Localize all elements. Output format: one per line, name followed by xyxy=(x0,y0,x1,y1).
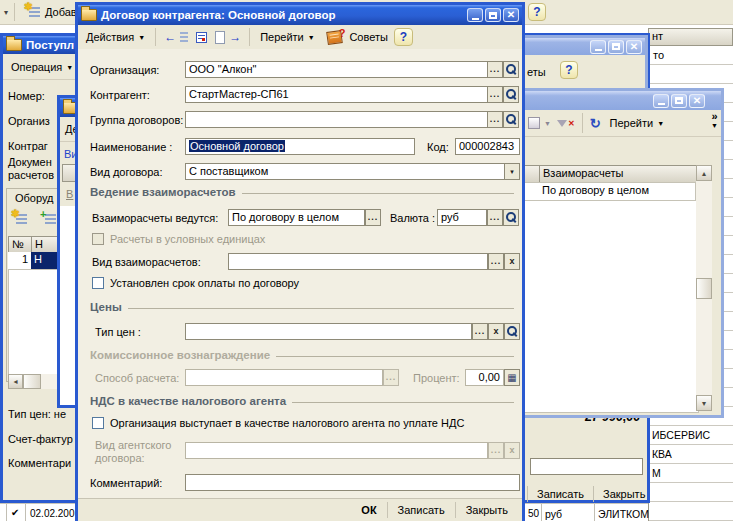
percent-calc-button[interactable]: ▦ xyxy=(504,369,520,386)
scroll-down-button[interactable]: ▾ xyxy=(696,395,712,411)
currency-select-button[interactable]: ... xyxy=(487,209,503,226)
add-icon: ✱ xyxy=(25,5,41,19)
minimize-button[interactable] xyxy=(653,94,669,108)
close-button[interactable]: ✕ xyxy=(503,8,519,22)
maximize-button[interactable] xyxy=(485,8,501,22)
settlement-kind-clear-button[interactable]: x xyxy=(504,253,520,270)
grid-header-item[interactable]: Н xyxy=(31,236,58,253)
doc-write-button[interactable]: Записать xyxy=(527,486,593,502)
grid-hscrollbar[interactable]: ◂ xyxy=(8,374,58,389)
doc-footer-input[interactable] xyxy=(530,458,643,475)
dialog-help-button[interactable]: ? xyxy=(394,28,413,46)
contractor-input[interactable]: СтартМастер-СП61 xyxy=(185,86,488,103)
write-button[interactable]: Записать xyxy=(387,502,455,518)
main-dialog: Договор контрагента: Основной договор ✕ … xyxy=(75,2,525,521)
minimize-button[interactable] xyxy=(467,8,483,22)
percent-input[interactable]: 0,00 xyxy=(465,369,504,386)
code-input[interactable]: 000002843 xyxy=(455,138,520,155)
currency-open-button[interactable] xyxy=(503,209,519,226)
tips-help-button[interactable]: ? xyxy=(560,61,578,79)
close-button[interactable]: ✕ xyxy=(626,40,642,54)
grid-cell-number[interactable]: 1 xyxy=(8,252,32,270)
toolbar-overflow-icon[interactable]: ▾ xyxy=(2,8,10,17)
calc-method-select-button[interactable]: ... xyxy=(383,369,399,386)
scroll-thumb[interactable] xyxy=(23,374,41,389)
paste-button[interactable]: ▼ xyxy=(525,114,554,132)
go-menu-button[interactable]: Перейти▼ xyxy=(254,28,321,46)
agent-kind-input[interactable] xyxy=(185,442,488,459)
toolbar-more-button[interactable]: » ▼ xyxy=(711,111,718,129)
actions-menu-button[interactable]: Действия▼ xyxy=(80,28,151,46)
currency-input[interactable]: руб xyxy=(437,209,487,226)
list-column-header[interactable]: Взаиморасчеты xyxy=(539,165,697,183)
price-type-select-button[interactable]: ... xyxy=(472,323,488,340)
interval-grid-icon xyxy=(196,32,207,43)
refresh-icon: ↻ xyxy=(590,117,601,130)
grid-cell-item-selected[interactable]: Н xyxy=(31,252,58,270)
paste-icon xyxy=(528,117,540,129)
minimize-button[interactable] xyxy=(590,40,606,54)
settlements-label: Взаиморасчеты ведутся: xyxy=(92,212,218,224)
price-type-open-button[interactable] xyxy=(504,323,520,340)
journal-column-header[interactable]: нт xyxy=(648,28,733,46)
kind-combobox[interactable]: С поставщиком xyxy=(185,163,520,180)
maximize-button[interactable] xyxy=(671,94,687,108)
fragment-link[interactable]: В xyxy=(66,188,73,200)
tips-button[interactable]: ?Советы xyxy=(321,28,394,47)
payment-term-checkbox[interactable] xyxy=(92,277,104,289)
maximize-button[interactable] xyxy=(608,40,624,54)
set-interval-button[interactable] xyxy=(192,29,211,46)
copy-row-icon[interactable]: + xyxy=(41,212,57,226)
settlement-kind-input[interactable] xyxy=(228,253,488,270)
group-select-button[interactable]: ... xyxy=(487,111,503,128)
org-select-button[interactable]: ... xyxy=(487,61,503,78)
toolbar-separator xyxy=(582,113,583,133)
add-row-icon[interactable]: ✱ xyxy=(12,212,28,226)
scroll-left-button[interactable]: ◂ xyxy=(8,374,23,389)
kind-label: Вид договора: xyxy=(90,166,163,178)
name-input[interactable]: Основной договор xyxy=(185,138,415,155)
org-input[interactable]: ООО "Алкон" xyxy=(185,61,488,78)
vat-agent-checkbox[interactable] xyxy=(92,417,104,429)
dialog-toolbar: Действия▼ ← → Перейти▼ ?Советы ? xyxy=(78,25,522,50)
close-button[interactable]: Закрыть xyxy=(455,502,518,518)
group-input[interactable] xyxy=(185,111,488,128)
tips-question-icon: ? xyxy=(339,27,346,39)
price-type-clear-button[interactable]: x xyxy=(488,323,504,340)
calc-method-input[interactable] xyxy=(185,369,383,386)
settlement-kind-select-button[interactable]: ... xyxy=(488,253,504,270)
calc-method-label: Способ расчета: xyxy=(95,372,179,384)
contractor-select-button[interactable]: ... xyxy=(487,86,503,103)
close-button[interactable]: ✕ xyxy=(689,94,705,108)
ok-button[interactable]: ОК xyxy=(351,502,386,518)
operation-menu-button[interactable]: Операция▼ xyxy=(5,58,79,76)
list-go-button[interactable]: Перейти▼ xyxy=(604,114,671,132)
dialog-buttonbar: ОК Записать Закрыть xyxy=(78,498,522,521)
list-body[interactable] xyxy=(523,182,699,413)
previous-item-button[interactable]: ← xyxy=(160,28,192,46)
next-item-button[interactable]: → xyxy=(211,28,245,47)
grid-header-number[interactable]: № xyxy=(8,236,32,253)
agent-kind-clear-button[interactable]: x xyxy=(504,442,520,459)
settlements-select-button[interactable]: ... xyxy=(365,209,381,226)
kind-dropdown-button[interactable]: ▾ xyxy=(504,163,520,180)
doc-close-button[interactable]: Закрыть xyxy=(593,486,654,502)
app-help-button[interactable]: ? xyxy=(528,3,546,21)
grid-body[interactable] xyxy=(8,252,60,376)
contractor-open-button[interactable] xyxy=(503,86,519,103)
group-open-button[interactable] xyxy=(503,111,519,128)
price-type-input[interactable] xyxy=(185,323,472,340)
list-row[interactable]: По договору в целом xyxy=(524,183,696,201)
conventional-units-checkbox[interactable] xyxy=(92,233,104,245)
settlement-kind-label: Вид взаиморасчетов: xyxy=(92,256,201,268)
comment-input[interactable] xyxy=(185,474,520,491)
scroll-thumb[interactable] xyxy=(696,278,712,299)
settlements-input[interactable]: По договору в целом xyxy=(228,209,365,226)
equipment-tab-label[interactable]: Оборуд xyxy=(13,192,56,204)
dialog-titlebar[interactable]: Договор контрагента: Основной договор ✕ xyxy=(78,5,522,25)
scroll-up-button[interactable]: ▴ xyxy=(696,165,712,181)
org-open-button[interactable] xyxy=(503,61,519,78)
refresh-button[interactable]: ↻ xyxy=(587,115,604,132)
filter-button[interactable]: ✕ xyxy=(554,116,578,131)
agent-kind-select-button[interactable]: ... xyxy=(488,442,504,459)
